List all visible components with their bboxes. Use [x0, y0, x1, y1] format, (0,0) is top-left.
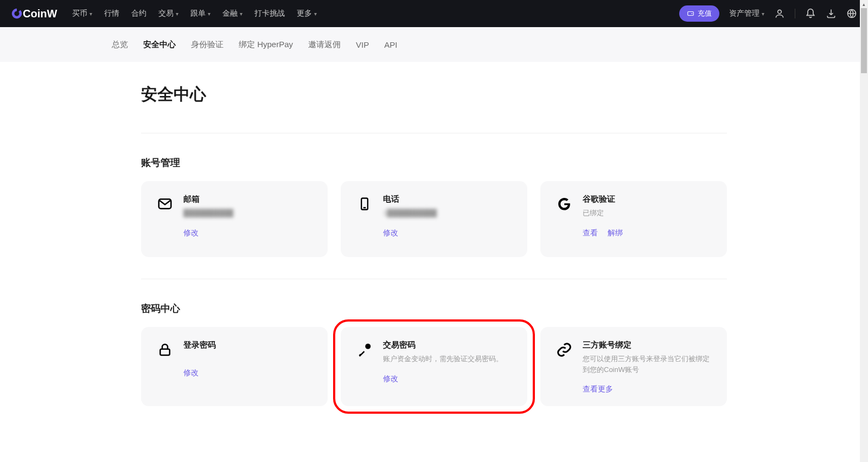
- subnav: 总览 安全中心 身份验证 绑定 HyperPay 邀请返佣 VIP API: [0, 27, 868, 62]
- account-section-title: 账号管理: [141, 133, 727, 181]
- login-password-card: 登录密码 修改: [141, 327, 328, 406]
- google-unbind-link[interactable]: 解绑: [608, 228, 623, 238]
- trade-password-desc: 账户资金变动时，需先验证交易密码。: [383, 354, 512, 364]
- chevron-down-icon: ▾: [176, 11, 178, 17]
- thirdparty-desc: 您可以使用三方账号来登录当它们被绑定到您的CoinW账号: [583, 354, 712, 375]
- nav-trade[interactable]: 交易▾: [158, 9, 178, 18]
- google-auth-card: 谷歌验证 已绑定 查看 解绑: [540, 181, 727, 257]
- globe-icon[interactable]: [846, 8, 857, 19]
- subnav-overview[interactable]: 总览: [112, 40, 128, 50]
- chevron-down-icon: ▾: [90, 11, 92, 17]
- chevron-down-icon: ▾: [314, 11, 317, 17]
- nav-copy-trade[interactable]: 跟单▾: [190, 9, 210, 18]
- phone-icon: [356, 195, 373, 213]
- topbar-right: 充值 资产管理▾: [679, 5, 857, 22]
- svg-point-8: [365, 344, 371, 349]
- chevron-down-icon: ▾: [762, 11, 764, 17]
- password-section-title: 密码中心: [141, 279, 727, 327]
- svg-rect-0: [688, 12, 694, 16]
- asset-management[interactable]: 资产管理▾: [729, 9, 764, 18]
- thirdparty-more-link[interactable]: 查看更多: [583, 384, 613, 394]
- divider: [795, 9, 795, 18]
- brand-name: CoinW: [23, 8, 57, 20]
- google-title: 谷歌验证: [583, 194, 712, 204]
- brand-logo[interactable]: CoinW: [11, 8, 57, 20]
- svg-point-1: [691, 13, 692, 14]
- nav-more[interactable]: 更多▾: [297, 9, 317, 18]
- nav-markets[interactable]: 行情: [104, 9, 119, 18]
- wallet-icon: [687, 10, 694, 17]
- nav-finance[interactable]: 金融▾: [222, 9, 242, 18]
- phone-title: 电话: [383, 194, 512, 204]
- email-card: 邮箱 ██████████ 修改: [141, 181, 328, 257]
- topbar: CoinW 买币▾ 行情 合约 交易▾ 跟单▾ 金融▾ 打卡挑战 更多▾ 充值 …: [0, 0, 868, 27]
- nav-checkin-challenge[interactable]: 打卡挑战: [254, 9, 285, 18]
- nav-buy-coin[interactable]: 买币▾: [72, 9, 92, 18]
- lock-icon: [156, 341, 174, 358]
- subnav-identity[interactable]: 身份验证: [191, 40, 224, 50]
- scrollbar[interactable]: ▴: [860, 0, 868, 450]
- phone-card: 电话 1██████████ 修改: [341, 181, 527, 257]
- user-icon[interactable]: [774, 8, 785, 19]
- password-card-grid: 登录密码 修改 交易密码 账户资金变动时，需先验证交易密码。 修改: [141, 327, 727, 428]
- svg-point-2: [778, 10, 782, 14]
- account-card-grid: 邮箱 ██████████ 修改 电话 1██████████ 修改: [141, 181, 727, 279]
- main-container: 安全中心 账号管理 邮箱 ██████████ 修改: [141, 62, 727, 450]
- key-icon: [356, 341, 373, 358]
- subnav-bind-hyperpay[interactable]: 绑定 HyperPay: [239, 40, 293, 50]
- svg-rect-7: [160, 349, 170, 355]
- phone-modify-link[interactable]: 修改: [383, 228, 398, 238]
- google-view-link[interactable]: 查看: [583, 228, 598, 238]
- scrollbar-thumb[interactable]: [861, 8, 867, 73]
- login-password-title: 登录密码: [183, 340, 312, 350]
- google-icon: [556, 195, 573, 213]
- bell-icon[interactable]: [805, 8, 816, 19]
- email-icon: [156, 195, 174, 213]
- recharge-button[interactable]: 充值: [679, 5, 719, 22]
- google-status: 已绑定: [583, 208, 712, 219]
- link-icon: [556, 341, 573, 358]
- logo-icon: [11, 8, 23, 20]
- subnav-api[interactable]: API: [384, 40, 397, 49]
- scrollbar-up-icon[interactable]: ▴: [860, 0, 868, 8]
- chevron-down-icon: ▾: [240, 11, 242, 17]
- nav-futures[interactable]: 合约: [131, 9, 146, 18]
- page-title: 安全中心: [141, 62, 727, 133]
- topnav: 买币▾ 行情 合约 交易▾ 跟单▾ 金融▾ 打卡挑战 更多▾: [72, 9, 679, 18]
- trade-password-card: 交易密码 账户资金变动时，需先验证交易密码。 修改: [341, 327, 527, 406]
- subnav-vip[interactable]: VIP: [356, 40, 369, 49]
- chevron-down-icon: ▾: [208, 11, 210, 17]
- email-value: ██████████: [183, 208, 312, 219]
- subnav-security[interactable]: 安全中心: [143, 40, 176, 50]
- thirdparty-title: 三方账号绑定: [583, 340, 712, 350]
- subnav-referral[interactable]: 邀请返佣: [308, 40, 341, 50]
- login-password-modify-link[interactable]: 修改: [183, 368, 199, 378]
- trade-password-modify-link[interactable]: 修改: [383, 374, 398, 384]
- trade-password-title: 交易密码: [383, 340, 512, 350]
- download-icon[interactable]: [826, 8, 837, 19]
- email-modify-link[interactable]: 修改: [183, 228, 199, 238]
- thirdparty-bind-card: 三方账号绑定 您可以使用三方账号来登录当它们被绑定到您的CoinW账号 查看更多: [540, 327, 727, 406]
- email-title: 邮箱: [183, 194, 312, 204]
- phone-value: 1██████████: [383, 208, 512, 219]
